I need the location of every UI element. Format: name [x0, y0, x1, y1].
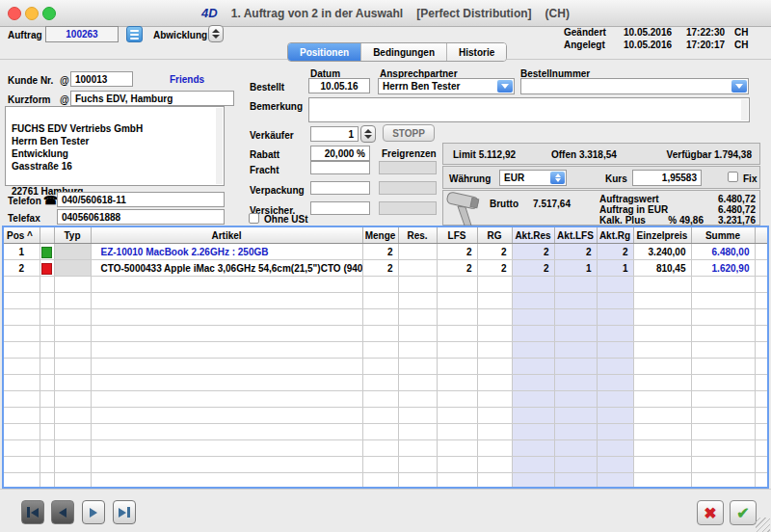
waehrung-label: Währung [449, 173, 491, 184]
table-row[interactable] [4, 326, 767, 342]
kurzform-field[interactable]: Fuchs EDV, Hamburg [70, 91, 234, 106]
cancel-button[interactable]: ✖ [697, 500, 724, 525]
first-record-button[interactable] [21, 500, 44, 524]
abwicklung-stepper[interactable] [208, 25, 224, 42]
telefax-field[interactable]: 04056061888 [57, 209, 225, 225]
totals-box: Brutto 7.517,64 Auftragswert 6.480,72 Au… [442, 190, 760, 226]
column-header-akt_lfs[interactable]: Akt.LFS [554, 227, 597, 244]
column-header-typ[interactable]: Typ [54, 227, 91, 244]
bestellt-datum-field[interactable]: 10.05.16 [308, 78, 370, 93]
kunde-nr-value: 100013 [75, 74, 107, 85]
verpackung-field[interactable] [310, 181, 370, 195]
waehrung-stepper-icon[interactable] [550, 172, 565, 184]
previous-record-button[interactable] [51, 500, 74, 524]
ansprechpartner-value: Herrn Ben Tester [383, 81, 460, 92]
waehrung-combo[interactable]: EUR [499, 170, 567, 186]
ohne-ust-label: Ohne USt [264, 214, 308, 225]
brutto-label: Brutto [490, 199, 518, 209]
fracht-label: Fracht [250, 165, 279, 175]
table-row[interactable] [4, 359, 767, 375]
table-row[interactable]: 2CTO-5000433 Apple iMac 3,06GHz 54,6cm(2… [4, 260, 767, 277]
column-header-menge[interactable]: Menge [362, 227, 398, 244]
auftrag-eur-label: Auftrag in EUR [599, 204, 668, 215]
created-label: Angelegt [564, 40, 605, 50]
column-header-artikel[interactable]: Artikel [91, 227, 362, 244]
tab-bedingungen[interactable]: Bedingungen [361, 43, 447, 61]
address-textarea[interactable]: FUCHS EDV Vertriebs GmbH Herrn Ben Teste… [5, 106, 225, 186]
previous-record-icon [59, 508, 66, 518]
bemerkung-textarea[interactable] [308, 97, 750, 122]
column-header-res[interactable]: Res. [398, 227, 437, 244]
table-row[interactable] [4, 342, 767, 359]
fracht-freigrenze-field [379, 161, 437, 174]
table-row[interactable] [4, 293, 767, 309]
table-row[interactable] [4, 424, 767, 440]
address-scroll-gutter[interactable] [216, 108, 223, 184]
modified-user: CH [734, 27, 748, 38]
column-header-rg[interactable]: RG [477, 227, 512, 244]
table-row[interactable] [4, 391, 767, 408]
kurzform-label: Kurzform [8, 94, 50, 105]
table-row[interactable]: 1EZ-10010 MacBook 2.26GHz : 250GB2222223… [4, 244, 767, 260]
verkaeufer-stepper[interactable] [360, 125, 376, 143]
positions-table-body: 1EZ-10010 MacBook 2.26GHz : 250GB2222223… [4, 244, 767, 490]
fracht-field[interactable] [310, 161, 370, 174]
table-row[interactable] [4, 375, 767, 391]
column-header-akt_res[interactable]: Akt.Res [512, 227, 554, 244]
table-row[interactable] [4, 473, 767, 490]
window-title-region: (CH) [545, 7, 570, 20]
fix-checkbox[interactable] [728, 172, 738, 182]
customer-group-badge: Friends [170, 74, 204, 85]
last-record-button[interactable] [113, 500, 136, 524]
ok-button[interactable]: ✔ [730, 500, 757, 525]
modified-time: 17:22:30 [686, 27, 725, 38]
kunde-nr-field[interactable]: 100013 [70, 71, 133, 87]
table-row[interactable] [4, 277, 767, 293]
kurs-field[interactable]: 1,95583 [632, 170, 702, 186]
next-record-button[interactable] [82, 500, 105, 524]
positions-table[interactable]: Pos ^TypArtikelMengeRes.LFSRGAkt.ResAkt.… [2, 226, 769, 489]
resize-grip[interactable] [756, 518, 770, 532]
bestellnummer-combo[interactable] [520, 78, 749, 94]
table-row[interactable] [4, 457, 767, 473]
address-text: FUCHS EDV Vertriebs GmbH Herrn Ben Teste… [12, 123, 143, 197]
first-record-icon [27, 507, 30, 518]
currency-box: Währung EUR Kurs 1,95583 Fix [442, 166, 760, 189]
stopp-button[interactable]: STOPP [383, 124, 435, 142]
bemerkung-scroll-gutter[interactable] [741, 99, 748, 120]
telefax-label: Telefax [8, 213, 40, 224]
stopp-button-label: STOPP [392, 128, 425, 139]
verfuegbar-value: 1.794,38 [714, 149, 752, 160]
verfuegbar-label: Verfügbar [667, 149, 712, 160]
table-row[interactable] [4, 440, 767, 457]
column-header-summe[interactable]: Summe [691, 227, 755, 244]
tab-positionen[interactable]: Positionen [288, 43, 361, 61]
rabatt-field[interactable]: 20,000 % [310, 146, 370, 161]
verkaeufer-field[interactable]: 1 [310, 126, 359, 142]
column-header-chip[interactable] [40, 227, 54, 244]
auftrag-number-field[interactable]: 100263 [45, 26, 119, 42]
table-row[interactable] [4, 309, 767, 326]
verpackung-label: Verpackung [250, 185, 305, 196]
bestellt-datum-value: 10.05.16 [321, 81, 359, 92]
auftrag-number-value: 100263 [66, 29, 97, 40]
kurzform-at-icon[interactable]: @ [60, 94, 69, 105]
column-header-lfs[interactable]: LFS [437, 227, 477, 244]
ansprechpartner-combo[interactable]: Herrn Ben Tester [378, 78, 515, 94]
column-header-pos[interactable]: Pos ^ [4, 227, 40, 244]
auftrag-eur-value: 6.480,72 [718, 204, 756, 215]
telefon-field[interactable]: 040/560618-11 [57, 192, 225, 207]
versicher-field[interactable] [310, 201, 370, 215]
ohne-ust-checkbox[interactable] [249, 213, 259, 224]
created-date: 10.05.2016 [624, 40, 672, 50]
bestellnummer-dropdown-icon[interactable] [731, 80, 747, 93]
kunde-nr-at-icon[interactable]: @ [60, 75, 69, 86]
column-header-end[interactable] [755, 227, 767, 244]
ansprechpartner-dropdown-icon[interactable] [497, 80, 513, 93]
order-list-icon[interactable] [126, 26, 143, 42]
status-chip [41, 247, 52, 258]
column-header-einzelpreis[interactable]: Einzelpreis [633, 227, 691, 244]
column-header-akt_rg[interactable]: Akt.Rg [597, 227, 633, 244]
table-row[interactable] [4, 408, 767, 424]
tab-historie[interactable]: Historie [447, 43, 506, 61]
